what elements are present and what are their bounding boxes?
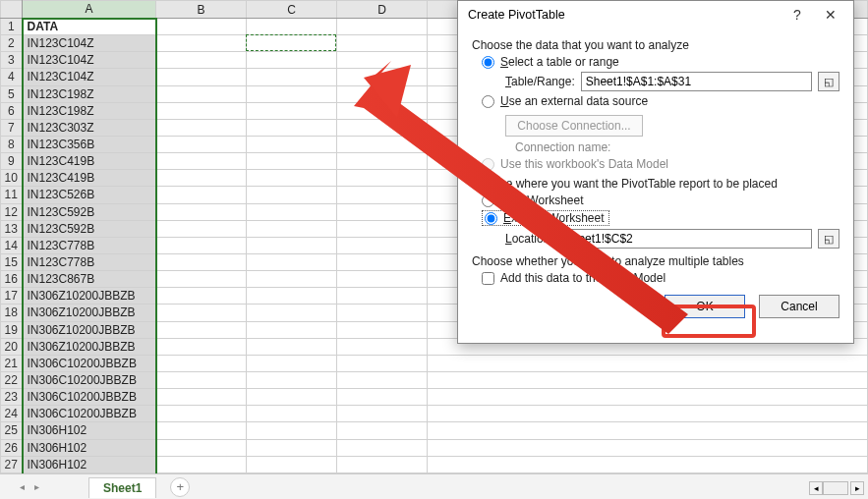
cell[interactable] xyxy=(156,52,247,69)
row-header[interactable]: 14 xyxy=(1,237,23,253)
hscroll-track[interactable] xyxy=(823,481,848,495)
cell[interactable]: IN306C10200JBBZB xyxy=(23,371,156,388)
cell[interactable] xyxy=(247,237,337,253)
cell[interactable] xyxy=(247,187,337,203)
cell[interactable] xyxy=(247,69,337,85)
tab-nav-arrows[interactable]: ◂ ▸ xyxy=(0,481,88,492)
cell[interactable] xyxy=(156,439,247,456)
row-header[interactable]: 13 xyxy=(1,220,23,237)
cell[interactable]: IN306H102 xyxy=(23,439,156,456)
cell[interactable] xyxy=(428,456,868,472)
row-header[interactable]: 23 xyxy=(1,389,23,406)
row-header[interactable]: 25 xyxy=(1,422,23,439)
cell[interactable] xyxy=(247,456,337,472)
cell[interactable] xyxy=(247,389,337,406)
cell[interactable] xyxy=(337,406,428,422)
row-header[interactable]: 5 xyxy=(1,85,23,102)
cell[interactable] xyxy=(156,203,247,220)
cell[interactable] xyxy=(247,203,337,220)
row-header[interactable]: 7 xyxy=(1,119,23,136)
cell[interactable]: IN306Z10200JBBZB xyxy=(23,321,156,338)
close-button[interactable]: ✕ xyxy=(814,3,847,27)
cell[interactable] xyxy=(247,371,337,388)
cell[interactable]: IN123C526B xyxy=(23,187,156,203)
cell[interactable] xyxy=(247,422,337,439)
cell[interactable] xyxy=(156,220,247,237)
radio-existing-ws-input[interactable] xyxy=(485,212,497,225)
cell[interactable] xyxy=(247,170,337,187)
radio-external-source[interactable]: Use an external data source xyxy=(482,94,839,108)
cell[interactable] xyxy=(337,305,428,321)
cell[interactable] xyxy=(428,355,868,371)
col-header-d[interactable]: D xyxy=(337,1,428,19)
cell[interactable] xyxy=(337,35,428,52)
cell[interactable]: IN306H102 xyxy=(23,456,156,472)
cell[interactable] xyxy=(337,220,428,237)
ok-button[interactable]: OK xyxy=(665,295,745,318)
tab-first-icon[interactable]: ◂ xyxy=(20,481,25,492)
cell[interactable] xyxy=(156,102,247,119)
cell[interactable] xyxy=(247,406,337,422)
cell[interactable] xyxy=(247,321,337,338)
sheet-tab[interactable]: Sheet1 xyxy=(88,477,156,498)
row-header[interactable]: 12 xyxy=(1,203,23,220)
hscroll-left[interactable]: ◂ xyxy=(809,481,823,495)
cell[interactable] xyxy=(247,35,337,52)
cell[interactable] xyxy=(337,69,428,85)
cell[interactable] xyxy=(156,153,247,170)
row-header[interactable]: 11 xyxy=(1,187,23,203)
cell[interactable] xyxy=(247,288,337,305)
cell[interactable] xyxy=(156,170,247,187)
cell[interactable] xyxy=(337,52,428,69)
cell[interactable] xyxy=(247,85,337,102)
cell[interactable] xyxy=(428,371,868,388)
cell[interactable] xyxy=(428,422,868,439)
cell[interactable] xyxy=(156,321,247,338)
cell[interactable] xyxy=(156,305,247,321)
cell[interactable]: IN306Z10200JBBZB xyxy=(23,338,156,355)
cell[interactable] xyxy=(156,119,247,136)
cell[interactable] xyxy=(247,271,337,288)
row-header[interactable]: 21 xyxy=(1,355,23,371)
cell[interactable] xyxy=(156,371,247,388)
cell[interactable] xyxy=(337,136,428,152)
hscroll-right[interactable]: ▸ xyxy=(850,481,864,495)
row-header[interactable]: 4 xyxy=(1,69,23,85)
cell[interactable] xyxy=(337,170,428,187)
cell[interactable] xyxy=(156,456,247,472)
cell[interactable] xyxy=(428,406,868,422)
cell[interactable] xyxy=(156,288,247,305)
cell[interactable] xyxy=(156,422,247,439)
radio-select-table-input[interactable] xyxy=(482,56,494,69)
cell[interactable] xyxy=(156,389,247,406)
tab-prev-icon[interactable]: ▸ xyxy=(34,481,39,492)
cell[interactable] xyxy=(337,203,428,220)
cell[interactable]: IN306C10200JBBZB xyxy=(23,406,156,422)
row-header[interactable]: 26 xyxy=(1,439,23,456)
cell[interactable]: IN123C592B xyxy=(23,220,156,237)
col-header-b[interactable]: B xyxy=(156,1,247,19)
cell[interactable]: IN123C356B xyxy=(23,136,156,152)
row-header[interactable]: 6 xyxy=(1,102,23,119)
cell[interactable]: IN123C198Z xyxy=(23,85,156,102)
cell[interactable] xyxy=(337,119,428,136)
row-header[interactable]: 10 xyxy=(1,170,23,187)
cell[interactable] xyxy=(247,102,337,119)
radio-select-table[interactable]: Select a table or range xyxy=(482,55,839,69)
add-sheet-button[interactable]: + xyxy=(170,477,190,497)
cell[interactable] xyxy=(247,220,337,237)
cell[interactable] xyxy=(156,237,247,253)
cell[interactable]: IN306H102 xyxy=(23,422,156,439)
cell[interactable] xyxy=(337,102,428,119)
cell[interactable]: IN123C867B xyxy=(23,271,156,288)
cell[interactable]: DATA xyxy=(23,19,156,35)
cell[interactable] xyxy=(337,253,428,270)
help-button[interactable]: ? xyxy=(781,3,814,27)
cell[interactable] xyxy=(337,371,428,388)
radio-external-input[interactable] xyxy=(482,95,494,108)
cell[interactable]: IN123C778B xyxy=(23,253,156,270)
cell[interactable] xyxy=(156,69,247,85)
row-header[interactable]: 3 xyxy=(1,52,23,69)
radio-new-worksheet[interactable]: New Worksheet xyxy=(482,194,839,207)
checkbox-add-dm-input[interactable] xyxy=(482,272,494,285)
